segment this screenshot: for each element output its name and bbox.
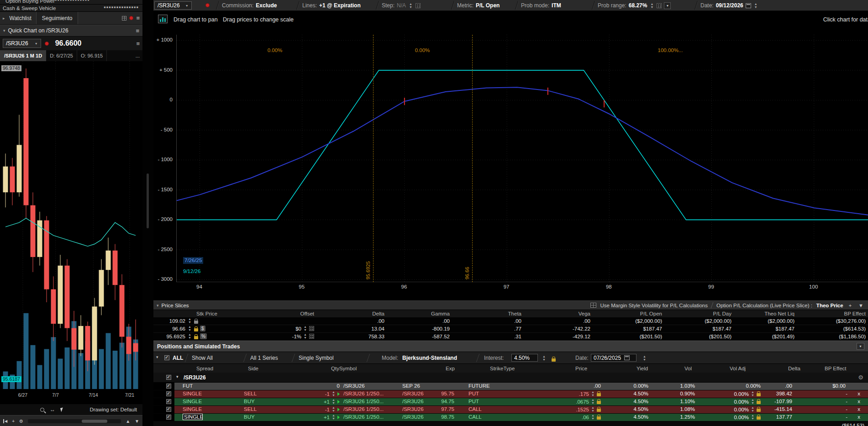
tab-watchlist[interactable]: Watchlist: [8, 15, 33, 21]
lock-icon[interactable]: [757, 416, 761, 420]
expand-icon[interactable]: ▸: [3, 16, 5, 21]
spread-cell[interactable]: SINGLE: [183, 414, 203, 420]
stepper-icon[interactable]: [642, 355, 647, 361]
lock-icon[interactable]: [552, 358, 556, 362]
interest-input[interactable]: 4.50%: [511, 354, 538, 362]
horizontal-scrollbar[interactable]: [28, 419, 121, 423]
stepper-icon[interactable]: [303, 333, 308, 339]
offset-unit-badge[interactable]: %: [200, 333, 207, 339]
stepper-icon[interactable]: [590, 414, 595, 420]
stepper-icon[interactable]: [187, 326, 192, 331]
model-value[interactable]: Bjerksund-Stensland: [402, 355, 457, 361]
collapse-button[interactable]: -: [846, 406, 847, 412]
tab-seguimiento[interactable]: Seguimiento: [36, 12, 79, 24]
prob-mode-setting[interactable]: Prob mode: ITM: [521, 0, 561, 11]
collapse-button[interactable]: -: [846, 391, 847, 396]
filter-all-label[interactable]: ALL: [173, 355, 183, 361]
menu-box-icon[interactable]: [309, 326, 314, 331]
expand-options-icon[interactable]: [337, 408, 340, 411]
cursor-icon[interactable]: [60, 407, 64, 412]
position-row[interactable]: SINGLESELL-1/SR3U26 1/250.../SR3U2697.75…: [153, 406, 868, 414]
stepper-icon[interactable]: [590, 391, 595, 397]
remove-button[interactable]: x: [857, 399, 860, 404]
menu-box-icon[interactable]: [416, 3, 421, 8]
stepper-icon[interactable]: [303, 326, 308, 331]
gear-icon[interactable]: ⚙: [19, 419, 23, 424]
stepper-icon[interactable]: [590, 399, 595, 405]
symbol-group-row[interactable]: ▾ /SR3U26 ⚙: [153, 373, 868, 383]
scroll-up-icon[interactable]: ▲: [126, 419, 130, 424]
stepper-icon[interactable]: [187, 333, 192, 339]
stepper-icon[interactable]: [750, 399, 755, 405]
stepper-icon[interactable]: [750, 391, 755, 397]
alert-icon[interactable]: [205, 3, 210, 7]
price-slice-line[interactable]: [472, 35, 473, 282]
chart-symbol-tab[interactable]: /SR3U26 1 M 1D: [0, 50, 46, 61]
step-setting[interactable]: Step: N/A: [382, 0, 421, 11]
lock-icon[interactable]: [757, 401, 761, 404]
position-row[interactable]: FUT0/SR3U26SEP 26FUTURE.000.00%1.03%0.00…: [153, 383, 868, 390]
zoom-icon[interactable]: [40, 408, 44, 412]
gear-icon[interactable]: ⚙: [858, 374, 863, 381]
position-row[interactable]: SINGLEBUY+1/SR3U26 1/250.../SR3U2698.75C…: [153, 414, 868, 421]
collapse-button[interactable]: -: [846, 399, 847, 404]
lock-icon[interactable]: [597, 416, 601, 420]
stepper-icon[interactable]: [331, 391, 336, 397]
filter-show-all[interactable]: Show All: [192, 355, 213, 361]
stepper-icon[interactable]: [331, 406, 336, 412]
mini-candlestick-chart[interactable]: 96.9748 95.6187 6/277/77/147/21: [0, 61, 142, 404]
position-row[interactable]: SINGLESELL-1/SR3U26 1/250.../SR3U2695.75…: [153, 390, 868, 398]
alert-icon[interactable]: [45, 42, 49, 46]
stepper-icon[interactable]: [750, 414, 755, 420]
grid-icon[interactable]: [590, 303, 596, 308]
symbol-select[interactable]: /SR3U26 ▼: [3, 39, 41, 48]
calendar-icon[interactable]: [746, 3, 751, 8]
sidebar-scrollbar[interactable]: [142, 0, 153, 426]
calendar-icon[interactable]: [624, 355, 630, 360]
filter-series[interactable]: All 1 Series: [250, 355, 278, 361]
menu-icon[interactable]: ≡: [136, 40, 140, 47]
stepper-icon[interactable]: [331, 414, 336, 420]
layout-grid-icon[interactable]: [122, 16, 126, 21]
risk-profile-chart[interactable]: 95.692596.660.00%0.00%100.00%...7/26/259…: [176, 35, 868, 282]
minimize-button[interactable]: ▼: [857, 343, 864, 350]
row-checkbox[interactable]: [166, 399, 171, 404]
stepper-icon[interactable]: [750, 406, 755, 412]
row-checkbox[interactable]: [166, 415, 171, 420]
lock-icon[interactable]: [194, 321, 198, 324]
position-row[interactable]: SINGLEBUY+1/SR3U26 1/250.../SR3U2694.75P…: [153, 398, 868, 406]
group-checkbox[interactable]: [166, 375, 171, 380]
alert-icon[interactable]: [129, 16, 133, 20]
commission-setting[interactable]: Commission: Exclude: [222, 0, 277, 11]
chart-style-icon[interactable]: [158, 15, 168, 23]
stepper-icon[interactable]: [590, 406, 595, 412]
filter-single-symbol[interactable]: Single Symbol: [299, 355, 334, 361]
row-checkbox[interactable]: [166, 384, 171, 389]
drawing-set-label[interactable]: Drawing set: Default: [89, 407, 137, 412]
lock-icon[interactable]: [597, 401, 601, 404]
dropdown-icon[interactable]: ▼: [664, 2, 671, 9]
prob-range-setting[interactable]: Prob range: 68.27% ▼: [598, 0, 671, 11]
lock-icon[interactable]: [757, 409, 761, 412]
expand-options-icon[interactable]: [337, 400, 340, 404]
menu-box-icon[interactable]: [309, 334, 314, 339]
row-checkbox[interactable]: [166, 391, 171, 396]
menu-icon[interactable]: ≡: [136, 15, 140, 21]
symbol-select[interactable]: /SR3U26 ▼: [154, 1, 192, 10]
menu-icon[interactable]: ≡: [136, 27, 139, 34]
expand-options-icon[interactable]: [337, 415, 340, 419]
scroll-down-icon[interactable]: ▼: [135, 419, 139, 424]
remove-button[interactable]: x: [857, 414, 860, 420]
collapse-icon[interactable]: ▾: [3, 28, 5, 33]
lock-icon[interactable]: [194, 336, 198, 339]
lines-setting[interactable]: Lines: +1 @ Expiration: [302, 0, 361, 11]
remove-button[interactable]: x: [857, 391, 860, 396]
lock-icon[interactable]: [597, 409, 601, 412]
collapse-icon[interactable]: ▾: [157, 303, 159, 308]
lock-icon[interactable]: [194, 328, 198, 331]
margin-style-note[interactable]: Use Margin Style Volatility for P/L Calc…: [600, 303, 708, 308]
collapse-icon[interactable]: ▾: [156, 355, 158, 359]
stepper-icon[interactable]: [331, 399, 336, 405]
add-slice-button[interactable]: +: [847, 303, 853, 308]
stepper-icon[interactable]: [649, 3, 654, 9]
